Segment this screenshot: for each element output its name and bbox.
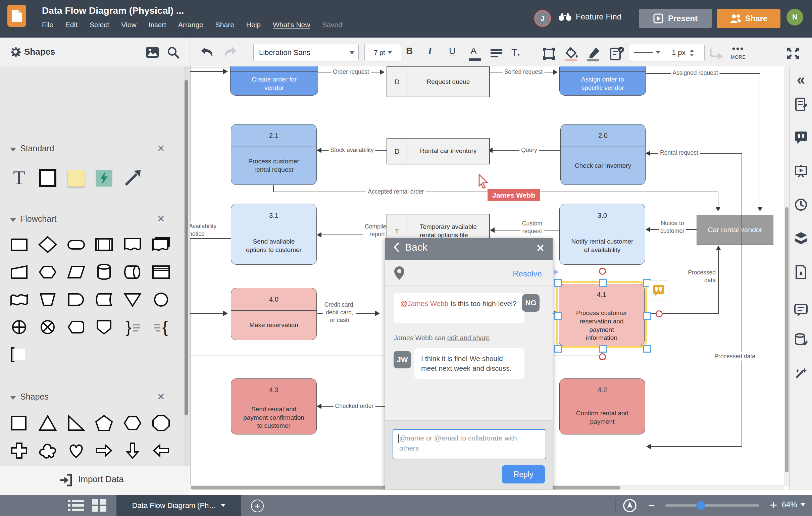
more-tools-button[interactable]: ••• MORE xyxy=(731,46,746,60)
line-style-select[interactable]: 1 px xyxy=(629,44,705,61)
sidebar-scrollbar[interactable] xyxy=(184,66,188,466)
import-data-bar[interactable]: Import Data xyxy=(0,466,190,495)
theme-panel-icon[interactable] xyxy=(795,265,807,279)
chat-panel-icon[interactable] xyxy=(794,304,808,317)
shape-heart[interactable] xyxy=(65,439,87,462)
shape-sticky-note[interactable] xyxy=(65,167,87,189)
menu-share[interactable]: Share xyxy=(215,21,234,29)
node-3-1[interactable]: 3.1 Send available options to customer xyxy=(231,204,317,265)
collapse-triangle-icon[interactable] xyxy=(10,148,16,152)
shape-arrow-right[interactable] xyxy=(93,439,115,462)
node-create-order[interactable]: Create order for vendor xyxy=(230,66,318,96)
mention-text[interactable]: @James Webb xyxy=(400,299,448,307)
resolve-link[interactable]: Resolve xyxy=(513,269,542,279)
diagram-canvas[interactable]: Create order for vendor D Request queue … xyxy=(190,66,789,490)
node-4-2[interactable]: 4.2 Confirm rental and payment xyxy=(559,378,645,434)
menu-arrange[interactable]: Arrange xyxy=(178,21,203,29)
menu-whats-new[interactable]: What's New xyxy=(273,21,310,29)
node-4-1[interactable]: 4.1 Process customer reservation and pay… xyxy=(559,284,644,346)
underline-button[interactable]: U xyxy=(449,46,456,56)
menu-view[interactable]: View xyxy=(121,21,136,29)
edge-label[interactable]: Credit card, debit card, or cash xyxy=(323,300,356,324)
page-tab[interactable]: Data Flow Diagram (Ph… xyxy=(116,495,241,516)
connector-style-button[interactable] xyxy=(710,48,723,60)
menu-edit[interactable]: Edit xyxy=(65,21,78,29)
shape-decision[interactable] xyxy=(37,233,58,256)
shape-database[interactable] xyxy=(93,261,115,283)
edge-label[interactable]: Checked order xyxy=(334,402,375,410)
shape-data-button[interactable] xyxy=(610,46,625,60)
page-grid-icon[interactable] xyxy=(92,499,107,512)
line-style-dropdown[interactable] xyxy=(629,44,667,61)
shape-predefined-process[interactable] xyxy=(93,233,115,256)
shape-preparation[interactable] xyxy=(37,261,58,283)
shape-hexagon[interactable] xyxy=(122,412,143,434)
node-4-0[interactable]: 4.0 Make reservation xyxy=(231,288,317,340)
menu-insert[interactable]: Insert xyxy=(149,21,167,29)
shape-arrow-down[interactable] xyxy=(122,439,143,462)
history-panel-icon[interactable] xyxy=(794,198,808,211)
edge-label[interactable]: Notice to customer xyxy=(659,219,686,235)
edge-label[interactable]: Custom request xyxy=(520,220,544,235)
notes-panel-icon[interactable] xyxy=(795,97,807,111)
selection-handle[interactable] xyxy=(599,345,607,353)
add-page-button[interactable]: + xyxy=(251,499,264,512)
node-2-1[interactable]: 2.1 Process customer rental request xyxy=(231,124,317,185)
shape-summing-junction[interactable] xyxy=(37,316,58,338)
search-icon[interactable] xyxy=(167,46,180,59)
shape-delay[interactable] xyxy=(65,289,87,311)
comment-input[interactable]: @name or @email to collaborate with othe… xyxy=(393,429,546,459)
text-color-button[interactable]: A xyxy=(470,46,477,56)
shape-square[interactable] xyxy=(8,412,30,434)
selection-handle[interactable] xyxy=(554,279,562,287)
data-panel-icon[interactable] xyxy=(794,333,808,346)
zoom-slider-thumb[interactable] xyxy=(696,501,705,510)
font-size-select[interactable]: 7 pt xyxy=(365,44,401,61)
connector-endpoint[interactable] xyxy=(599,268,606,275)
shape-arrow[interactable] xyxy=(122,167,143,189)
edge-label[interactable]: Processed data xyxy=(680,268,717,285)
menu-select[interactable]: Select xyxy=(90,21,109,29)
node-assign-order[interactable]: Assign order to specific vendor xyxy=(559,66,646,96)
shape-off-page-connector[interactable] xyxy=(93,316,115,338)
canvas-vertical-scrollbar[interactable] xyxy=(784,66,789,486)
reply-button[interactable]: Reply xyxy=(502,465,545,484)
edge-label[interactable]: Sorted request xyxy=(503,68,545,76)
close-section-icon[interactable]: ✕ xyxy=(157,391,165,402)
node-2-0[interactable]: 2.0 Check car inventory xyxy=(560,124,645,185)
fit-to-screen-button[interactable] xyxy=(623,498,637,513)
shape-brace-left[interactable]: { xyxy=(150,316,172,338)
selection-handle[interactable] xyxy=(599,279,607,287)
close-icon[interactable]: ✕ xyxy=(536,242,545,254)
shape-lightning[interactable] xyxy=(93,167,115,189)
edge-label[interactable]: Assigned request xyxy=(671,69,719,77)
shape-rectangle-std[interactable] xyxy=(37,167,58,189)
node-store-rental-inventory[interactable]: D Rental car inventory xyxy=(386,138,490,164)
shape-style-button[interactable] xyxy=(543,48,555,60)
layers-panel-icon[interactable] xyxy=(794,231,808,245)
location-pin-icon[interactable] xyxy=(394,266,405,281)
edge-label[interactable]: Rental request xyxy=(658,149,700,157)
close-section-icon[interactable]: ✕ xyxy=(157,213,165,225)
edge-label[interactable]: Stock availability xyxy=(328,146,375,154)
edge-label[interactable]: Availability notice xyxy=(190,222,218,238)
selection-handle[interactable] xyxy=(554,312,562,320)
shape-right-triangle[interactable] xyxy=(65,412,87,434)
zoom-slider[interactable] xyxy=(665,504,759,507)
italic-button[interactable]: I xyxy=(428,46,432,56)
shape-data[interactable] xyxy=(65,261,87,283)
shape-internal-storage[interactable] xyxy=(150,261,172,283)
redo-button[interactable] xyxy=(222,46,237,59)
shape-multiple-documents[interactable] xyxy=(150,233,172,256)
edge-label[interactable]: Accepted rental order xyxy=(366,188,426,196)
comments-panel-icon[interactable] xyxy=(794,131,808,144)
shape-display[interactable] xyxy=(65,316,87,338)
fill-color-button[interactable] xyxy=(566,47,578,58)
fullscreen-button[interactable] xyxy=(786,47,800,60)
back-button[interactable]: Back xyxy=(394,241,428,253)
shape-cloud[interactable] xyxy=(37,439,58,462)
user-avatar-n[interactable]: N xyxy=(786,9,803,26)
document-title[interactable]: Data Flow Diagram (Physical) ... xyxy=(42,5,184,16)
node-4-3[interactable]: 4.3 Send rental and payment confirmation… xyxy=(231,378,317,434)
shape-brace-right[interactable]: } xyxy=(122,316,143,338)
